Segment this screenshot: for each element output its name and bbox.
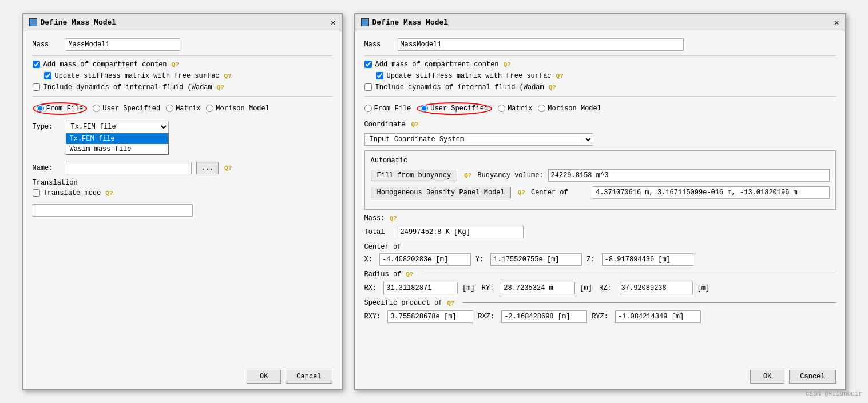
translate-input-left[interactable] <box>33 204 193 217</box>
coord-select-right[interactable]: Input Coordinate System <box>364 133 593 146</box>
checkbox1-left[interactable] <box>33 61 40 68</box>
rx-label: RX: <box>364 284 377 292</box>
y-label: Y: <box>475 256 483 264</box>
z-label: Z: <box>586 256 594 264</box>
center-of-group: Center of <box>531 186 830 199</box>
rz-unit: [m] <box>697 284 710 292</box>
help3-right: Q? <box>549 84 556 91</box>
radio-userspecified-right[interactable]: User Specified <box>417 102 492 115</box>
mass-input-left[interactable] <box>66 38 180 51</box>
automatic-label: Automatic <box>371 157 830 165</box>
checkbox3-left[interactable] <box>33 83 40 91</box>
help1-right: Q? <box>504 61 511 68</box>
z-input[interactable] <box>602 253 693 266</box>
radio-matrix-right[interactable]: Matrix <box>498 105 532 113</box>
rxz-input[interactable] <box>501 310 587 323</box>
coordinate-label: Coordinate <box>364 121 406 129</box>
checkbox2-left[interactable] <box>44 72 51 79</box>
mass-section-label-row: Mass: Q? <box>364 214 836 222</box>
fill-buoyancy-btn[interactable]: Fill from buoyancy <box>371 170 458 181</box>
radio-fromfile-right[interactable]: From File <box>364 105 411 113</box>
dropdown-item-2[interactable]: Wasim mass-file <box>66 144 168 154</box>
mass-label-left: Mass <box>33 41 61 49</box>
buoyancy-value-input[interactable] <box>548 169 830 182</box>
help1-left: Q? <box>172 61 179 68</box>
rz-label: RZ: <box>599 284 612 292</box>
help-specific: Q? <box>447 300 454 306</box>
type-row-left: Type: Tx.FEM file Wasim mass-file Tx.FEM… <box>33 121 332 133</box>
name-label-left: Name: <box>33 164 61 172</box>
ryz-input[interactable] <box>615 310 701 323</box>
checkbox1-label-left: Add mass of compartment conten <box>43 61 167 69</box>
close-button-right[interactable]: ✕ <box>834 18 839 27</box>
mass-label-right: Mass <box>364 41 393 49</box>
name-row-left: Name: ... Q? <box>33 162 332 174</box>
rx-input[interactable] <box>383 282 458 294</box>
dialog-title-text-left: Define Mass Model <box>41 18 117 27</box>
cancel-button-left[interactable]: Cancel <box>286 370 332 384</box>
dialog-body-right: Mass Add mass of compartment conten Q? U… <box>355 31 845 334</box>
type-select-left[interactable]: Tx.FEM file Wasim mass-file <box>66 121 169 133</box>
radio-matrix-left[interactable]: Matrix <box>166 105 200 113</box>
specific-label: Specific product of <box>364 299 443 307</box>
buoyancy-group: Buoyancy volume: <box>477 169 829 182</box>
radio-userspecified-left[interactable]: User Specified <box>93 105 160 113</box>
mass-input-right[interactable] <box>398 38 684 51</box>
ry-unit: [m] <box>580 284 592 292</box>
rz-input[interactable] <box>619 282 693 294</box>
browse-button-left[interactable]: ... <box>196 162 219 174</box>
x-input[interactable] <box>379 253 471 266</box>
rxyz-row: RX: [m] RY: [m] RZ: [m] <box>364 282 836 294</box>
title-icon-right <box>361 18 369 26</box>
ok-button-right[interactable]: OK <box>750 370 784 384</box>
center-of-label-auto: Center of <box>531 189 588 197</box>
help2-right: Q? <box>556 73 564 79</box>
help3-left: Q? <box>217 84 224 91</box>
dialog-body-left: Mass Add mass of compartment conten Q? U… <box>23 31 342 224</box>
ry-input[interactable] <box>501 282 575 294</box>
dialog-footer-left: OK Cancel <box>237 364 341 389</box>
y-input[interactable] <box>490 253 582 266</box>
checkbox2-label-left: Update stiffness matrix with free surfac <box>55 72 220 80</box>
radio-userspecified-label: User Specified <box>102 105 160 113</box>
center-of-mass-label: Center of <box>364 243 836 251</box>
radio-morison-right[interactable]: Morison Model <box>538 105 601 113</box>
radio-matrix-label-right: Matrix <box>508 105 532 113</box>
translation-section-left: Translation Translate mode Q? <box>33 179 332 217</box>
dialog-left: Define Mass Model ✕ Mass Add mass of com… <box>22 13 343 390</box>
checkbox1-row-right: Add mass of compartment conten Q? <box>364 61 836 69</box>
title-left-content: Define Mass Model <box>29 18 117 27</box>
name-input-left[interactable] <box>66 162 192 174</box>
panel-model-btn[interactable]: Homogeneous Density Panel Model <box>371 187 511 198</box>
center-of-value-input[interactable] <box>593 186 830 199</box>
ry-label: RY: <box>482 284 494 292</box>
checkbox2-label-right: Update stiffness matrix with free surfac <box>387 72 552 80</box>
checkbox2-right[interactable] <box>376 72 383 79</box>
fill-buoyancy-label: Fill from buoyancy <box>377 171 451 179</box>
checkbox3-label-left: Include dynamics of internal fluid (Wada… <box>43 83 212 91</box>
checkbox3-right[interactable] <box>364 83 372 91</box>
checkbox2-row-right: Update stiffness matrix with free surfac… <box>376 72 836 80</box>
radio-fromfile-left[interactable]: From File <box>33 102 88 115</box>
rxy-input[interactable] <box>387 310 473 323</box>
type-dropdown-container: Tx.FEM file Wasim mass-file Tx.FEM file … <box>66 121 169 133</box>
help-radius: Q? <box>406 271 413 278</box>
radio-morison-left[interactable]: Morison Model <box>206 105 269 113</box>
radio-group-left: From File User Specified Matrix Morison … <box>33 102 332 115</box>
translate-checkbox[interactable] <box>33 189 40 197</box>
close-button-left[interactable]: ✕ <box>331 18 335 27</box>
checkbox3-row-right: Include dynamics of internal fluid (Wada… <box>364 83 836 91</box>
total-input[interactable] <box>398 226 524 238</box>
mass-section-label: Mass: <box>364 214 385 222</box>
cancel-button-right[interactable]: Cancel <box>789 370 835 384</box>
auto-row-2: Homogeneous Density Panel Model Q? Cente… <box>371 186 830 199</box>
ok-button-left[interactable]: OK <box>247 370 281 384</box>
dialog-title-left: Define Mass Model ✕ <box>23 14 342 31</box>
help-coord: Q? <box>411 121 419 128</box>
checkbox1-right[interactable] <box>364 61 372 68</box>
translate-check-label: Translate mode <box>43 189 101 197</box>
title-icon-left <box>29 18 37 26</box>
checkbox1-row-left: Add mass of compartment conten Q? <box>33 61 332 69</box>
ryz-label: RYZ: <box>592 313 608 321</box>
dropdown-item-1[interactable]: Tx.FEM file <box>66 134 168 144</box>
